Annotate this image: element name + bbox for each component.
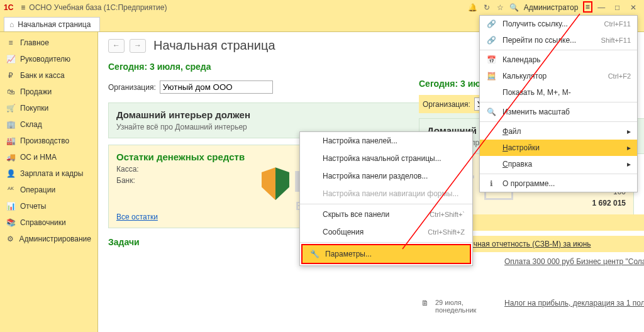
menu-item-icon: 🧮: [486, 72, 496, 80]
service-menu-item[interactable]: 📅Календарь: [480, 52, 637, 68]
submenu-label: Настройка панели навигации формы...: [323, 189, 458, 198]
sidebar-icon: ⚙: [6, 235, 14, 243]
sidebar-item-label: Банк и касса: [20, 71, 65, 80]
menu-item-label: Календарь: [502, 55, 541, 64]
app-logo: 1С: [4, 3, 13, 12]
menu-item-label: Справка: [502, 160, 532, 169]
doc-icon: 🗎: [421, 299, 429, 307]
task-text[interactable]: Налог на прибыль, декларация за 1 полуго…: [504, 299, 644, 307]
menu-item-label: Файл: [502, 127, 521, 136]
sidebar-item[interactable]: ᴬᴷОперации: [0, 182, 97, 198]
submenu-label: Настройка панели разделов...: [323, 172, 428, 180]
sidebar-icon: 🛍: [6, 87, 15, 96]
chevron-right-icon: ▸: [627, 160, 631, 169]
menu-item-label: Перейти по ссылке...: [502, 36, 576, 45]
menu-icon[interactable]: ≡: [21, 3, 25, 12]
sidebar-icon: 📈: [6, 55, 15, 64]
submenu-label: Параметры...: [325, 250, 372, 258]
task-text[interactable]: Оплата 300 000 руб Бизнес центр "Солар": [504, 257, 644, 266]
service-menu-button[interactable]: ≡: [580, 3, 594, 13]
submenu-hotkey: Ctrl+Shift+Z: [428, 228, 465, 236]
org-input[interactable]: [160, 80, 273, 94]
home-icon: ⌂: [9, 20, 14, 29]
menu-item-icon: 🔍: [486, 108, 496, 116]
menu-item-label: Настройки: [502, 143, 540, 152]
minimize-icon[interactable]: —: [594, 3, 608, 12]
sidebar-item[interactable]: 🚚ОС и НМА: [0, 149, 97, 165]
sidebar-item[interactable]: 🛍Продажи: [0, 84, 97, 100]
maximize-icon[interactable]: □: [611, 3, 625, 12]
org-label-right: Организация:: [423, 100, 470, 109]
sidebar-icon: 📚: [6, 218, 15, 227]
service-menu-item[interactable]: ℹО программе...: [480, 175, 637, 192]
sidebar-item[interactable]: ₽Банк и касса: [0, 67, 97, 84]
submenu-hotkey: Ctrl+Shift+`: [430, 211, 465, 218]
sidebar-icon: 🛒: [6, 104, 15, 113]
sidebar-item-label: Зарплата и кадры: [20, 169, 83, 178]
submenu-item[interactable]: Настройка начальной страницы...: [300, 150, 472, 167]
service-menu[interactable]: 🔗Получить ссылку...Ctrl+F11🔗Перейти по с…: [479, 15, 638, 192]
sidebar-item[interactable]: 📊Отчеты: [0, 198, 97, 214]
sidebar-item-label: Продажи: [20, 87, 52, 96]
back-button[interactable]: ←: [108, 39, 125, 53]
settings-submenu[interactable]: Настройка панелей...Настройка начальной …: [299, 131, 473, 266]
sidebar-item[interactable]: 🏭Производство: [0, 133, 97, 149]
submenu-item[interactable]: СообщенияCtrl+Shift+Z: [300, 223, 472, 241]
task-date: 29 июля, понедельник: [435, 299, 498, 314]
submenu-label: Настройка начальной страницы...: [323, 154, 441, 163]
sidebar-item-label: Главное: [20, 38, 49, 47]
service-menu-item[interactable]: Справка▸: [480, 156, 637, 172]
menu-item-label: О программе...: [502, 179, 555, 188]
sidebar-item-label: ОС и НМА: [20, 153, 57, 162]
search-icon[interactable]: 🔍: [508, 3, 521, 12]
chevron-right-icon: ▸: [627, 143, 631, 152]
window-title: ОСНО Учебная база (1С:Предприятие): [29, 3, 465, 12]
sidebar-icon: 🏢: [6, 120, 15, 129]
service-menu-item[interactable]: Показать M, M+, M-: [480, 84, 637, 101]
service-menu-item[interactable]: 🧮КалькуляторCtrl+F2: [480, 68, 637, 84]
sidebar-item[interactable]: 🏢Склад: [0, 116, 97, 133]
submenu-item[interactable]: 🔧Параметры...: [303, 245, 470, 263]
close-icon[interactable]: ✕: [626, 3, 640, 12]
service-menu-item[interactable]: Файл▸: [480, 123, 637, 140]
sidebar-item-label: Операции: [20, 185, 55, 194]
sidebar-icon: ᴬᴷ: [6, 185, 15, 194]
sidebar-item-label: Отчеты: [20, 202, 46, 211]
sidebar-item[interactable]: ≡Главное: [0, 35, 97, 51]
submenu-item[interactable]: Настройка панелей...: [300, 132, 472, 150]
submenu-item[interactable]: Скрыть все панелиCtrl+Shift+`: [300, 206, 472, 223]
sidebar-icon: 🏭: [6, 136, 15, 145]
service-menu-item[interactable]: 🔗Перейти по ссылке...Shift+F11: [480, 32, 637, 48]
sidebar-item[interactable]: 📚Справочники: [0, 214, 97, 231]
sidebar-item[interactable]: 📈Руководителю: [0, 51, 97, 67]
menu-item-label: Получить ссылку...: [502, 19, 568, 28]
history-icon[interactable]: ↻: [480, 3, 494, 12]
balance-label: Банк:: [116, 176, 135, 185]
sidebar-icon: 🚚: [6, 153, 15, 162]
service-menu-item[interactable]: 🔗Получить ссылку...Ctrl+F11: [480, 16, 637, 32]
service-menu-item[interactable]: 🔍Изменить масштаб: [480, 104, 637, 120]
sidebar-item[interactable]: ⚙Администрирование: [0, 231, 97, 247]
submenu-icon: 🔧: [310, 250, 319, 258]
submenu-label: Сообщения: [323, 228, 364, 236]
current-user[interactable]: Администратор: [524, 3, 579, 12]
sidebar-item-label: Руководителю: [20, 55, 70, 64]
all-balances-link[interactable]: Все остатки: [116, 213, 158, 221]
submenu-item: Настройка панели навигации формы...: [300, 185, 472, 202]
sidebar-item-label: Производство: [20, 136, 69, 145]
sidebar-item[interactable]: 🛒Покупки: [0, 100, 97, 116]
sidebar-item-label: Справочники: [20, 218, 66, 227]
service-menu-item[interactable]: Настройки▸: [480, 140, 637, 156]
submenu-label: Скрыть все панели: [323, 210, 389, 219]
star-icon[interactable]: ☆: [494, 3, 508, 12]
submenu-item[interactable]: Настройка панели разделов...: [300, 167, 472, 185]
sidebar-icon: 📊: [6, 202, 15, 211]
tab-label: Начальная страница: [18, 20, 91, 29]
bell-icon[interactable]: 🔔: [466, 3, 480, 12]
org-label: Организация:: [108, 83, 156, 92]
menu-item-label: Изменить масштаб: [502, 108, 570, 116]
menu-item-icon: ℹ: [486, 179, 496, 188]
sidebar-item[interactable]: 👤Зарплата и кадры: [0, 165, 97, 182]
forward-button[interactable]: →: [130, 39, 146, 53]
tab-home[interactable]: ⌂ Начальная страница: [4, 17, 100, 31]
